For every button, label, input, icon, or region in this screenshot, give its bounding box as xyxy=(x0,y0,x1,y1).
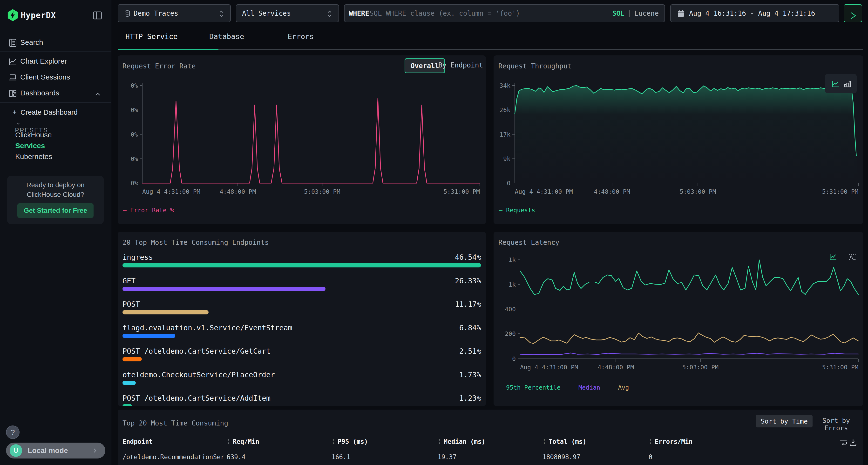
sidebar-item-client-sessions[interactable]: Client Sessions xyxy=(0,69,112,85)
endpoint-bar xyxy=(123,310,209,314)
sort-by-errors-button[interactable]: Sort by Errors xyxy=(809,417,863,432)
svg-text:1k: 1k xyxy=(508,281,516,288)
sidebar-collapse-icon[interactable] xyxy=(92,10,103,21)
time-range-picker[interactable]: Aug 4 16:31:16 - Aug 4 17:31:16 xyxy=(670,4,839,22)
by-endpoint-button[interactable]: By Endpoint xyxy=(438,61,483,69)
create-dashboard-button[interactable]: +Create Dashboard xyxy=(12,108,78,117)
column-header-errors-min[interactable]: ⁞Errors/Min xyxy=(649,438,692,446)
sidebar-item-dashboards[interactable]: Dashboards xyxy=(0,85,112,101)
svg-text:5:03:00 PM: 5:03:00 PM xyxy=(304,188,340,195)
svg-text:Aug 4 4:31:00 PM: Aug 4 4:31:00 PM xyxy=(520,364,578,371)
tab-http-service[interactable]: HTTP Service xyxy=(125,32,178,41)
endpoint-percent: 6.84% xyxy=(459,324,481,332)
download-icon[interactable] xyxy=(849,438,858,447)
help-button[interactable]: ? xyxy=(6,426,20,439)
sort-by-time-button[interactable]: Sort by Time xyxy=(756,415,812,427)
where-keyword: WHERE xyxy=(349,9,369,18)
chart-legend: — Requests xyxy=(499,207,546,214)
endpoint-label[interactable]: GET xyxy=(123,276,135,285)
promo-line2: ClickHouse Cloud? xyxy=(7,191,104,199)
chart-legend: — Error Rate % xyxy=(123,207,184,214)
svg-text:17k: 17k xyxy=(500,131,510,138)
column-drag-handle[interactable]: ⁞ xyxy=(438,438,441,445)
column-drag-handle[interactable]: ⁞ xyxy=(542,438,546,445)
endpoint-label[interactable]: POST xyxy=(123,300,140,308)
get-started-button[interactable]: Get Started for Free xyxy=(18,203,94,218)
sql-mode-button[interactable]: SQL xyxy=(612,9,624,18)
top-time-consuming-table-panel: Top 20 Most Time Consuming Sort by Time … xyxy=(118,409,863,465)
brand-row: HyperDX xyxy=(0,9,112,22)
endpoint-label[interactable]: POST /oteldemo.CartService/GetCart xyxy=(123,347,271,355)
endpoint-percent: 1.73% xyxy=(459,371,481,379)
table-title: Top 20 Most Time Consuming xyxy=(123,419,228,427)
source-select-value: Demo Traces xyxy=(133,9,178,18)
run-query-button[interactable] xyxy=(844,4,862,22)
preset-item-clickhouse[interactable]: ClickHouse xyxy=(15,131,52,139)
endpoint-percent: 11.17% xyxy=(455,300,481,308)
request-latency-panel: Request Latency 1k1k4002000Aug 4 4:31:00… xyxy=(494,232,863,406)
search-log-icon xyxy=(8,38,18,48)
wrap-text-icon[interactable] xyxy=(839,438,848,447)
preset-item-kubernetes[interactable]: Kubernetes xyxy=(15,153,52,161)
sidebar-item-search[interactable]: Search xyxy=(0,35,112,51)
source-select[interactable]: Demo Traces xyxy=(118,4,231,22)
language-toggle: SQL|Lucene xyxy=(612,9,659,18)
column-header-total-ms-[interactable]: ⁞Total (ms) xyxy=(542,438,586,446)
column-drag-handle[interactable]: ⁞ xyxy=(332,438,335,445)
error-rate-chart: 0%0%0%0%0%Aug 4 4:31:00 PM4:48:00 PM5:03… xyxy=(118,79,486,205)
select-chevrons-icon xyxy=(218,9,225,19)
database-icon xyxy=(123,10,131,18)
column-header-endpoint[interactable]: Endpoint xyxy=(123,438,153,445)
chart-explorer-icon xyxy=(8,57,18,66)
brand-name: HyperDX xyxy=(21,10,56,20)
svg-text:Aug 4 4:31:00 PM: Aug 4 4:31:00 PM xyxy=(142,188,200,195)
throughput-chart: 34k26k17k9k0Aug 4 4:31:00 PM4:48:00 PM5:… xyxy=(494,79,863,205)
sidebar-item-chart-explorer[interactable]: Chart Explorer xyxy=(0,54,112,69)
endpoint-label[interactable]: POST /oteldemo.CartService/AddItem xyxy=(123,394,271,402)
endpoint-percent: 46.54% xyxy=(455,253,481,261)
user-mode-label: Local mode xyxy=(28,446,68,455)
tab-errors[interactable]: Errors xyxy=(288,32,314,41)
service-select[interactable]: All Services xyxy=(236,4,339,22)
preset-item-services[interactable]: Services xyxy=(15,142,45,150)
column-header-median-ms-[interactable]: ⁞Median (ms) xyxy=(438,438,485,446)
panel-title: Request Throughput xyxy=(498,62,571,70)
table-cell[interactable]: /oteldemo.RecommendationServ xyxy=(123,454,225,461)
endpoint-label[interactable]: flagd.evaluation.v1.Service/EventStream xyxy=(123,324,292,332)
svg-text:5:31:00 PM: 5:31:00 PM xyxy=(822,364,858,371)
endpoint-percent: 1.23% xyxy=(459,394,481,402)
dashboards-icon xyxy=(8,89,18,98)
chart-legend: — 95th Percentile— Median— Avg xyxy=(499,384,640,391)
lucene-mode-button[interactable]: Lucene xyxy=(634,9,659,18)
endpoint-label[interactable]: oteldemo.CheckoutService/PlaceOrder xyxy=(123,371,275,379)
sidebar-item-label: Dashboards xyxy=(20,89,59,97)
endpoint-label[interactable]: ingress xyxy=(123,253,153,261)
bar-chart-icon[interactable] xyxy=(843,79,852,89)
column-drag-handle[interactable]: ⁞ xyxy=(227,438,230,445)
svg-text:5:31:00 PM: 5:31:00 PM xyxy=(443,188,480,195)
endpoint-bar xyxy=(123,381,136,385)
tab-database[interactable]: Database xyxy=(209,32,244,41)
endpoint-bar xyxy=(123,287,326,291)
chart-type-toggle xyxy=(825,74,857,93)
endpoint-percent: 26.33% xyxy=(455,276,481,285)
column-header-p95-ms-[interactable]: ⁞P95 (ms) xyxy=(332,438,368,446)
line-chart-icon[interactable] xyxy=(831,79,840,89)
top-endpoints-panel: 20 Top Most Time Consuming Endpoints ing… xyxy=(118,232,486,406)
search-input[interactable]: WHERE SQL WHERE clause (ex. column = 'fo… xyxy=(344,4,665,22)
svg-text:1k: 1k xyxy=(508,256,516,263)
legend-95th-percentile: — 95th Percentile xyxy=(499,384,561,391)
legend-avg: — Avg xyxy=(611,384,629,391)
svg-text:4:48:00 PM: 4:48:00 PM xyxy=(598,364,634,371)
user-menu[interactable]: U Local mode xyxy=(6,442,105,459)
column-drag-handle[interactable]: ⁞ xyxy=(649,438,652,445)
table-cell: 639.4 xyxy=(227,454,245,461)
svg-text:4:48:00 PM: 4:48:00 PM xyxy=(594,188,630,195)
chevron-up-icon xyxy=(94,90,102,98)
legend-requests: — Requests xyxy=(499,207,535,214)
active-tab-underline xyxy=(118,49,218,50)
request-error-rate-panel: Request Error Rate Overall By Endpoint 0… xyxy=(118,56,486,224)
clickhouse-cloud-promo: Ready to deploy on ClickHouse Cloud? Get… xyxy=(7,176,104,224)
panel-title: 20 Top Most Time Consuming Endpoints xyxy=(123,238,269,246)
column-header-req-min[interactable]: ⁞Req/Min xyxy=(227,438,259,446)
